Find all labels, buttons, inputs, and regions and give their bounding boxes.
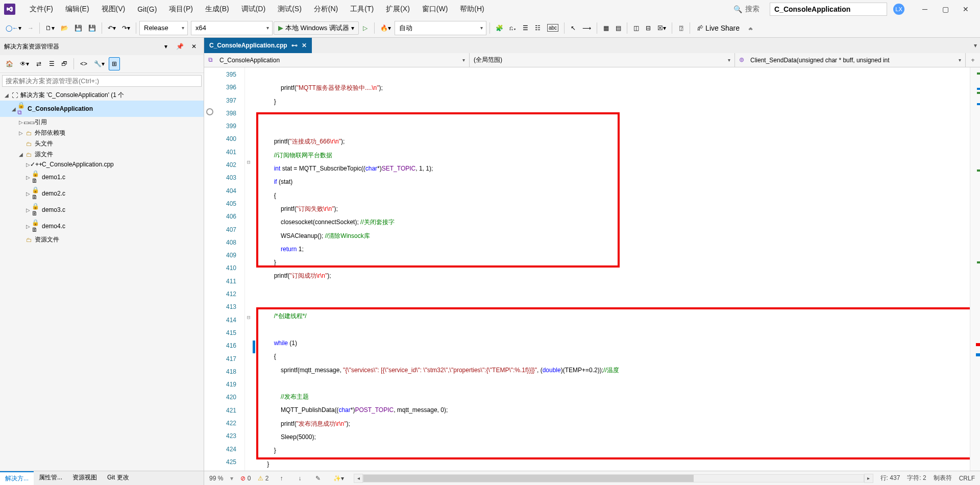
sln-btn-8[interactable]: ⊞ <box>109 57 120 70</box>
tree-sources[interactable]: ◢ 🗀 源文件 <box>0 149 204 160</box>
configuration-select[interactable]: Release <box>139 21 188 35</box>
undo-button[interactable]: ↶▾ <box>105 21 118 35</box>
tb-icon-10[interactable]: ◫ <box>630 21 642 35</box>
menu-git[interactable]: Git(G) <box>131 2 163 16</box>
open-button[interactable]: 📂 <box>58 21 71 35</box>
search-button[interactable]: 🔍 搜索 <box>729 4 764 15</box>
nav-up-icon[interactable]: ↑ <box>276 472 287 485</box>
nav-scope[interactable]: ⧉ C_ConsoleApplication <box>204 53 470 67</box>
menu-help[interactable]: 帮助(H) <box>454 2 490 17</box>
col-indicator[interactable]: 字符: 2 <box>907 474 926 482</box>
tree-project[interactable]: ◢ 🔒⧉ C_ConsoleApplication <box>0 101 204 117</box>
hot-reload-button[interactable]: 🔥▾ <box>378 21 394 35</box>
tree-file-2[interactable]: ▷ 🔒🗎 demo2.c <box>0 185 204 202</box>
sln-btn-5[interactable]: 🗗 <box>59 57 70 70</box>
panel-pin-icon[interactable]: 📌 <box>174 40 186 53</box>
warning-count[interactable]: ⚠ 2 <box>258 475 268 482</box>
nav-function[interactable]: ⊚ Client_SendData(unsigned char * buff, … <box>735 53 966 67</box>
menu-project[interactable]: 项目(P) <box>163 2 199 17</box>
tb-icon-6[interactable]: ↖ <box>568 21 579 35</box>
tb-icon-7[interactable]: ⟶ <box>580 21 594 35</box>
tree-external[interactable]: ▷ 🗀 外部依赖项 <box>0 128 204 138</box>
tb-icon-1[interactable]: 🧩 <box>493 21 506 35</box>
code-content[interactable]: printf("MQTT服务器登录校验中....\n"); } printf("… <box>255 67 970 471</box>
sln-btn-6[interactable]: <> <box>78 57 90 70</box>
menu-view[interactable]: 视图(V) <box>95 2 132 17</box>
menu-file[interactable]: 文件(F) <box>23 2 59 17</box>
tb-icon-4[interactable]: ☷ <box>532 21 544 35</box>
nav-class[interactable]: (全局范围) <box>470 53 735 67</box>
sln-home-icon[interactable]: 🏠 <box>3 57 16 70</box>
close-tab-icon[interactable]: ✕ <box>302 42 307 49</box>
wand2-icon[interactable]: ✨▾ <box>331 472 347 485</box>
sln-search-input[interactable] <box>2 75 202 87</box>
menu-analyze[interactable]: 分析(N) <box>308 2 344 17</box>
tree-file-0[interactable]: ▷ ✓++ C_ConsoleApplication.cpp <box>0 160 204 169</box>
tab-resview[interactable]: 资源视图 <box>67 471 102 485</box>
start-debug-button[interactable]: ▶ 本地 Windows 调试器 ▾ <box>274 21 359 35</box>
breakpoint-marker[interactable] <box>206 108 213 115</box>
tree-file-1[interactable]: ▷ 🔒🗎 demo1.c <box>0 169 204 185</box>
menu-window[interactable]: 窗口(W) <box>416 2 454 17</box>
auto-select[interactable]: 自动 <box>395 21 486 35</box>
menu-test[interactable]: 测试(S) <box>272 2 308 17</box>
tb-icon-8[interactable]: ▦ <box>600 21 611 35</box>
new-item-button[interactable]: 🗋▾ <box>43 21 57 35</box>
sln-btn-7[interactable]: 🔧▾ <box>91 57 107 70</box>
solution-title-combo[interactable]: C_ConsoleApplication <box>770 3 887 16</box>
sln-btn-2[interactable]: 👁▾ <box>17 57 32 70</box>
solution-tree[interactable]: ◢⛶ 解决方案 'C_ConsoleApplication' (1 个 ◢ 🔒⧉… <box>0 89 204 471</box>
nav-plus-icon[interactable]: + <box>966 53 980 67</box>
tree-file-3[interactable]: ▷ 🔒🗎 demo3.c <box>0 202 204 218</box>
tree-resources[interactable]: 🗀 资源文件 <box>0 234 204 245</box>
nav-back-button[interactable]: ◯←▾ <box>3 21 24 35</box>
indent-indicator[interactable]: 制表符 <box>934 474 952 482</box>
tree-file-4[interactable]: ▷ 🔒🗎 demo4.c <box>0 218 204 234</box>
wand-icon[interactable]: ✎ <box>312 472 324 485</box>
menu-edit[interactable]: 编辑(E) <box>59 2 95 17</box>
menu-extensions[interactable]: 扩展(X) <box>380 2 416 17</box>
close-button[interactable]: ✕ <box>955 2 976 16</box>
pin-icon[interactable]: ⊷ <box>291 42 298 49</box>
minimap[interactable] <box>970 67 980 471</box>
document-tab[interactable]: C_ConsoleApplication.cpp ⊷ ✕ <box>204 38 312 53</box>
start-without-debug-button[interactable]: ▷ <box>360 21 371 35</box>
error-count[interactable]: ⊘ 0 <box>240 475 251 482</box>
save-all-button[interactable]: 💾 <box>86 21 99 35</box>
sln-btn-4[interactable]: ☰ <box>46 57 57 70</box>
tree-headers[interactable]: 🗀 头文件 <box>0 138 204 149</box>
panel-close-icon[interactable]: ✕ <box>188 40 200 53</box>
redo-button[interactable]: ↷▾ <box>119 21 133 35</box>
horizontal-scrollbar[interactable]: ◂ ▸ <box>354 474 873 483</box>
sln-btn-3[interactable]: ⇄ <box>33 57 44 70</box>
user-avatar[interactable]: LX <box>893 4 904 15</box>
tab-overflow-icon[interactable]: ▾ <box>971 38 980 53</box>
tb-icon-3[interactable]: ☰ <box>520 21 531 35</box>
nav-fwd-button[interactable]: → <box>25 21 36 35</box>
hscroll-left-icon[interactable]: ◂ <box>354 474 363 483</box>
tab-git[interactable]: Git 更改 <box>102 471 134 485</box>
feedback-button[interactable]: ஃ <box>745 21 756 35</box>
maximize-button[interactable]: ▢ <box>935 2 955 16</box>
tb-icon-12[interactable]: ☒▾ <box>655 21 669 35</box>
tree-solution[interactable]: ◢⛶ 解决方案 'C_ConsoleApplication' (1 个 <box>0 90 204 101</box>
tb-icon-11[interactable]: ⊟ <box>643 21 654 35</box>
platform-select[interactable]: x64 <box>191 21 273 35</box>
nav-down-icon[interactable]: ↓ <box>294 472 305 485</box>
zoom-level[interactable]: 99 % <box>209 475 223 482</box>
tree-references[interactable]: ▷ ▭▭ 引用 <box>0 117 204 128</box>
minimize-button[interactable]: ─ <box>915 2 935 16</box>
editor-body[interactable]: 3953963973983994004014024034044054064074… <box>204 67 980 471</box>
tb-icon-2[interactable]: ⎌▾ <box>507 21 519 35</box>
tb-icon-9[interactable]: ▤ <box>612 21 624 35</box>
line-indicator[interactable]: 行: 437 <box>880 474 900 482</box>
tb-icon-13[interactable]: ⍰ <box>675 21 687 35</box>
menu-build[interactable]: 生成(B) <box>199 2 235 17</box>
panel-dropdown-icon[interactable]: ▾ <box>160 40 172 53</box>
save-button[interactable]: 💾 <box>72 21 85 35</box>
tab-properties[interactable]: 属性管... <box>34 471 67 485</box>
menu-debug[interactable]: 调试(D) <box>235 2 272 17</box>
menu-tools[interactable]: 工具(T) <box>344 2 380 17</box>
eol-indicator[interactable]: CRLF <box>959 475 975 482</box>
tb-icon-5[interactable]: abc <box>545 21 561 35</box>
